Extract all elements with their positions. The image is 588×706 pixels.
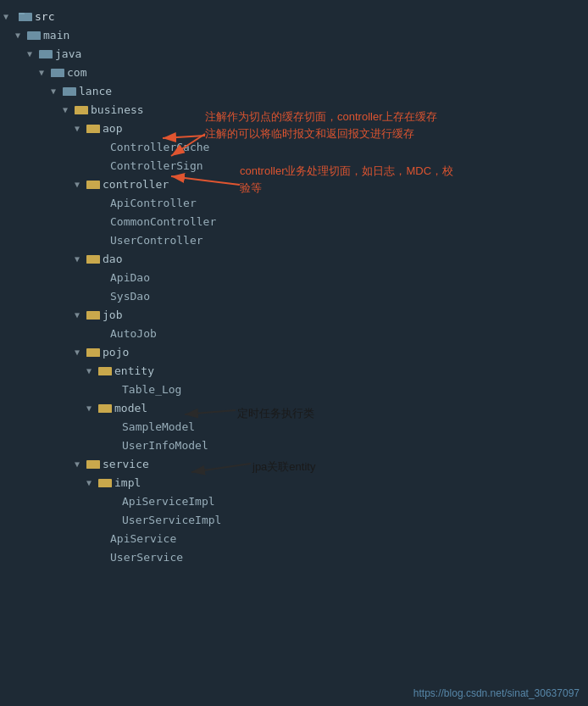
svg-rect-30	[98, 481, 112, 487]
item-label: java	[55, 47, 81, 60]
arrow-icon: ▼	[15, 31, 27, 40]
item-label: entity	[114, 364, 154, 377]
item-label: pojo	[103, 346, 129, 359]
item-label: com	[67, 66, 86, 79]
folder-icon	[86, 178, 100, 190]
svg-rect-16	[86, 182, 100, 189]
svg-rect-4	[27, 33, 41, 40]
svg-rect-12	[75, 108, 88, 114]
folder-icon	[39, 47, 53, 59]
svg-rect-20	[86, 313, 100, 320]
svg-rect-18	[86, 257, 100, 264]
svg-rect-26	[98, 406, 112, 413]
arrow-icon: ▼	[75, 347, 86, 357]
arrow-icon: ▼	[75, 310, 86, 320]
item-label: UserServiceImpl	[122, 514, 221, 526]
tree-item-com[interactable]: ▼ com	[0, 63, 588, 81]
item-label: UserController	[110, 234, 203, 247]
file-tree: ▼ src ▼ main ▼ java ▼ com	[0, 0, 588, 573]
folder-icon	[86, 309, 100, 320]
annotation-cache: 注解作为切点的缓存切面，controller上存在缓存注解的可以将临时报文和返回…	[205, 108, 437, 142]
item-label: src	[35, 10, 54, 23]
arrow-icon: ▼	[75, 254, 86, 264]
folder-icon	[98, 476, 112, 488]
item-label: UserInfoModel	[122, 439, 208, 452]
item-label: service	[103, 458, 149, 470]
folder-icon	[86, 253, 100, 264]
tree-item-usercontroller[interactable]: UserController	[0, 231, 588, 249]
arrow-icon: ▼	[75, 459, 86, 469]
item-label: ApiDao	[110, 271, 150, 284]
tree-item-impl[interactable]: ▼ impl	[0, 473, 588, 492]
folder-icon	[27, 29, 41, 41]
item-label: business	[91, 103, 144, 116]
annotation-controller-aspect: controller业务处理切面，如日志，MDC，校验等	[240, 163, 453, 197]
arrow-icon: ▼	[86, 403, 98, 413]
tree-item-autojob[interactable]: AutoJob	[0, 324, 588, 342]
arrow-icon: ▼	[75, 124, 86, 133]
svg-rect-28	[86, 462, 100, 469]
item-label: model	[114, 402, 147, 414]
tree-item-src[interactable]: ▼ src	[0, 7, 588, 25]
tree-item-sysdao[interactable]: SysDao	[0, 286, 588, 305]
tree-item-commoncontroller[interactable]: CommonController	[0, 212, 588, 231]
tree-item-main[interactable]: ▼ main	[0, 25, 588, 44]
tree-item-userinfomodel[interactable]: UserInfoModel	[0, 436, 588, 454]
item-label: ApiService	[110, 532, 176, 545]
blog-link: https://blog.csdn.net/sinat_30637097	[413, 687, 580, 699]
item-label: controller	[103, 178, 169, 191]
item-label: impl	[114, 476, 141, 489]
folder-icon	[63, 85, 76, 97]
folder-icon	[86, 458, 100, 470]
folder-icon	[51, 66, 64, 78]
tree-item-entity[interactable]: ▼ entity	[0, 361, 588, 380]
arrow-icon: ▼	[51, 86, 63, 96]
tree-item-java[interactable]: ▼ java	[0, 44, 588, 63]
folder-icon-src	[19, 10, 32, 22]
item-label: aop	[103, 122, 122, 135]
svg-rect-14	[86, 126, 100, 133]
tree-item-job[interactable]: ▼ job	[0, 305, 588, 324]
item-label: dao	[103, 253, 122, 265]
tree-item-apiservice[interactable]: ApiService	[0, 529, 588, 548]
tree-item-lance[interactable]: ▼ lance	[0, 81, 588, 100]
tree-item-apiserviceimpl[interactable]: ApiServiceImpl	[0, 492, 588, 510]
svg-rect-6	[39, 52, 53, 58]
tree-item-pojo[interactable]: ▼ pojo	[0, 342, 588, 361]
tree-item-apidao[interactable]: ApiDao	[0, 268, 588, 286]
item-label: Table_Log	[122, 383, 181, 396]
item-label: AutoJob	[110, 327, 157, 340]
item-label: ApiServiceImpl	[122, 495, 215, 508]
folder-icon	[75, 103, 88, 115]
svg-rect-24	[98, 369, 112, 375]
arrow-icon: ▼	[39, 68, 51, 77]
item-label: ControllerSign	[110, 159, 203, 172]
folder-icon	[86, 122, 100, 134]
tree-item-tablelog[interactable]: Table_Log	[0, 380, 588, 398]
item-label: ApiController	[110, 197, 197, 209]
arrow-icon: ▼	[86, 366, 98, 375]
item-label: SysDao	[110, 290, 150, 303]
arrow-icon: ▼	[3, 12, 15, 21]
folder-icon	[98, 402, 112, 414]
item-label: ControllerCache	[110, 141, 209, 153]
tree-item-userservice[interactable]: UserService	[0, 548, 588, 566]
arrow-icon: ▼	[27, 49, 39, 58]
tree-item-dao[interactable]: ▼ dao	[0, 249, 588, 268]
svg-rect-22	[86, 350, 100, 357]
item-label: job	[103, 309, 122, 321]
item-label: UserService	[110, 551, 183, 564]
folder-icon	[98, 364, 112, 376]
svg-rect-10	[63, 89, 76, 96]
svg-rect-2	[19, 14, 32, 21]
svg-rect-8	[51, 70, 64, 77]
item-label: SampleModel	[122, 420, 195, 433]
tree-item-userserviceimpl[interactable]: UserServiceImpl	[0, 510, 588, 529]
arrow-icon: ▼	[86, 478, 98, 487]
arrow-icon: ▼	[63, 105, 75, 114]
item-label: main	[43, 29, 69, 42]
item-label: lance	[79, 85, 112, 97]
arrow-icon: ▼	[75, 180, 86, 189]
folder-icon	[86, 346, 100, 358]
annotation-entity: jpa关联entity	[252, 459, 315, 475]
